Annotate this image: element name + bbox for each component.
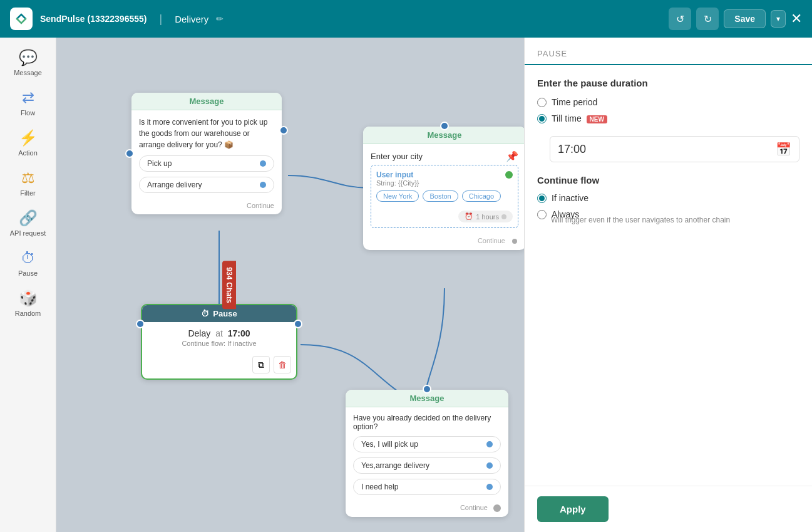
message-icon: 💬 bbox=[19, 49, 38, 66]
duration-radio-group: Time period Till time NEW bbox=[537, 97, 799, 123]
sidebar-item-label: API request bbox=[10, 229, 46, 237]
connector-top bbox=[423, 385, 431, 394]
app-logo bbox=[10, 8, 33, 30]
sidebar-item-label: Pause bbox=[18, 269, 38, 277]
connector-top bbox=[440, 122, 449, 130]
pause-continue-sub: Continue flow: If inactive bbox=[151, 340, 287, 347]
time-period-label: Time period bbox=[552, 97, 597, 107]
continue-flow-label: Continue flow bbox=[537, 175, 799, 185]
sidebar-item-action[interactable]: ⚡ Action bbox=[3, 124, 53, 162]
time-input-box[interactable]: 17:00 📅 bbox=[550, 136, 799, 162]
undo-button[interactable]: ↺ bbox=[669, 8, 691, 30]
sidebar-item-label: Flow bbox=[21, 109, 35, 117]
clock-icon: ⏰ bbox=[465, 212, 473, 221]
always-sublabel: Will trigger even if the user navigates … bbox=[551, 216, 799, 224]
sidebar-item-flow[interactable]: ⇄ Flow bbox=[3, 84, 53, 122]
pick-up-btn[interactable]: Pick up bbox=[139, 155, 274, 172]
pause-clock-icon: ⏱ bbox=[201, 309, 209, 318]
save-button[interactable]: Save bbox=[724, 9, 766, 28]
duration-label: Enter the pause duration bbox=[537, 78, 799, 88]
till-time-row: Till time NEW bbox=[537, 113, 799, 123]
tag-row: New York Boston Chicago bbox=[376, 190, 513, 202]
connector-left bbox=[125, 149, 134, 158]
pause-body: Delay at 17:00 Continue flow: If inactiv… bbox=[142, 322, 296, 353]
till-time-radio[interactable] bbox=[537, 114, 547, 123]
pause-actions: ⧉ 🗑 bbox=[142, 353, 296, 378]
panel-content: Enter the pause duration Time period Til… bbox=[525, 65, 812, 486]
message-node-3[interactable]: Message Have you already decided on the … bbox=[346, 390, 508, 517]
canvas[interactable]: Message Is it more convenient for you to… bbox=[56, 38, 524, 532]
calendar-icon[interactable]: 📅 bbox=[776, 142, 791, 157]
tag-newyork[interactable]: New York bbox=[376, 190, 419, 202]
sidebar-item-label: Filter bbox=[20, 189, 35, 197]
sidebar: 💬 Message ⇄ Flow ⚡ Action ⚖ Filter 🔗 API… bbox=[0, 38, 56, 532]
action-icon: ⚡ bbox=[19, 129, 38, 147]
till-time-label: Till time NEW bbox=[552, 113, 607, 123]
sidebar-item-pause[interactable]: ⏱ Pause bbox=[3, 244, 53, 282]
redo-button[interactable]: ↻ bbox=[696, 8, 719, 30]
continue-flow-radio-group: If inactive Always Will trigger even if … bbox=[537, 193, 799, 224]
filter-icon: ⚖ bbox=[21, 169, 35, 187]
apply-button[interactable]: Apply bbox=[537, 496, 609, 522]
btn-dot bbox=[486, 462, 493, 469]
message-node-1[interactable]: Message Is it more convenient for you to… bbox=[131, 93, 282, 214]
user-input-var: String: {{City}} bbox=[376, 179, 513, 187]
if-inactive-row: If inactive bbox=[537, 193, 799, 203]
node-body: Have you already decided on the delivery… bbox=[346, 407, 508, 501]
need-help-btn[interactable]: I need help bbox=[353, 479, 501, 495]
connector-green bbox=[505, 171, 513, 179]
pause-delete-button[interactable]: 🗑 bbox=[274, 356, 291, 373]
yes-delivery-btn[interactable]: Yes,arrange delivery bbox=[353, 457, 501, 474]
continue-label: Continue bbox=[363, 234, 524, 250]
tag-chicago[interactable]: Chicago bbox=[462, 190, 501, 202]
btn-dot bbox=[260, 182, 266, 188]
chats-tab[interactable]: 934 Chats bbox=[222, 261, 236, 309]
arrange-delivery-btn[interactable]: Arrange delivery bbox=[139, 177, 274, 193]
node-text: Have you already decided on the delivery… bbox=[353, 414, 501, 431]
flow-title: Delivery bbox=[175, 14, 208, 24]
node-body: Is it more convenient for you to pick up… bbox=[131, 110, 282, 199]
topbar-left: SendPulse (13322396555) | Delivery ✏ bbox=[10, 8, 224, 30]
sidebar-item-filter[interactable]: ⚖ Filter bbox=[3, 164, 53, 202]
node-text: Is it more convenient for you to pick up… bbox=[139, 117, 274, 150]
always-radio[interactable] bbox=[537, 210, 547, 219]
hours-badge: ⏰ 1 hours bbox=[458, 211, 513, 222]
panel-footer: Apply bbox=[525, 486, 812, 532]
api-icon: 🔗 bbox=[19, 209, 38, 227]
edit-title-icon[interactable]: ✏ bbox=[216, 14, 224, 24]
brand-name: SendPulse (13322396555) bbox=[40, 14, 146, 24]
panel-header: PAUSE bbox=[525, 38, 812, 65]
connector-bottom bbox=[511, 237, 518, 245]
sidebar-item-random[interactable]: 🎲 Random bbox=[3, 284, 53, 322]
city-prompt: Enter your city bbox=[371, 152, 423, 161]
close-button[interactable]: ✕ bbox=[791, 11, 802, 27]
btn-dot bbox=[486, 441, 493, 447]
main-layout: 💬 Message ⇄ Flow ⚡ Action ⚖ Filter 🔗 API… bbox=[0, 38, 812, 532]
pause-node[interactable]: ⏱ Pause Delay at 17:00 Continue flow: If… bbox=[141, 304, 297, 380]
sidebar-item-api[interactable]: 🔗 API request bbox=[3, 204, 53, 242]
if-inactive-radio[interactable] bbox=[537, 194, 547, 203]
sidebar-item-message[interactable]: 💬 Message bbox=[3, 44, 53, 81]
btn-dot bbox=[260, 160, 266, 167]
btn-dot bbox=[486, 484, 493, 490]
new-badge: NEW bbox=[587, 115, 607, 123]
sidebar-item-label: Message bbox=[14, 69, 42, 76]
yes-pickup-btn[interactable]: Yes, I will pick up bbox=[353, 436, 501, 452]
pause-delay: Delay at 17:00 bbox=[151, 328, 287, 338]
divider: | bbox=[159, 13, 162, 26]
tag-boston[interactable]: Boston bbox=[423, 190, 458, 202]
chats-label: Chats bbox=[225, 282, 234, 303]
pause-copy-button[interactable]: ⧉ bbox=[252, 356, 270, 373]
connector-continue bbox=[493, 504, 501, 512]
topbar: SendPulse (13322396555) | Delivery ✏ ↺ ↻… bbox=[0, 0, 812, 38]
node-header: Message bbox=[131, 93, 282, 110]
message-node-2[interactable]: Message Enter your city 📌 User input Str… bbox=[363, 127, 524, 250]
time-period-row: Time period bbox=[537, 97, 799, 107]
time-value: 17:00 bbox=[558, 143, 586, 156]
time-period-radio[interactable] bbox=[537, 98, 547, 107]
if-inactive-label: If inactive bbox=[552, 193, 588, 203]
user-input-label: User input bbox=[376, 170, 413, 179]
random-icon: 🎲 bbox=[19, 289, 38, 307]
continue-label: Continue bbox=[131, 199, 282, 214]
save-dropdown-button[interactable]: ▾ bbox=[771, 10, 786, 28]
